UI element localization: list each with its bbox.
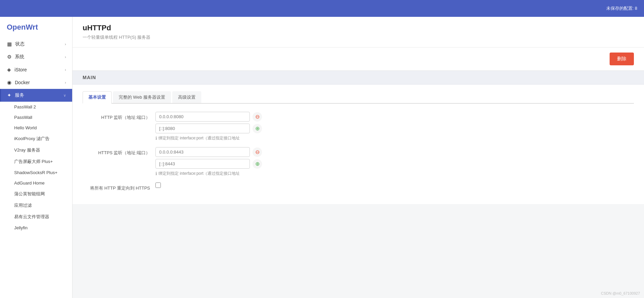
services-icon: ✦ [7, 92, 11, 98]
sidebar-item-label: Docker [15, 80, 30, 85]
status-icon: ▦ [7, 41, 12, 47]
section-header: MAIN [72, 71, 644, 85]
http-listen-row: HTTP 监听（地址:端口） ⊖ ⊕ [83, 112, 634, 141]
sidebar-item-label: 服务 [15, 92, 24, 98]
https-listen-input-2[interactable] [155, 159, 250, 169]
sidebar-item-label: 状态 [15, 41, 25, 47]
sidebar-sub-item-ikoolproxy[interactable]: iKoolProxy 滤广告 [0, 133, 72, 144]
http-listen-inputs: ⊖ ⊕ ℹ 绑定到指定 interface:port（通过指定接口地址 [155, 112, 634, 141]
logo: OpenWrt [0, 17, 72, 38]
http-listen-hint: ℹ 绑定到指定 interface:port（通过指定接口地址 [155, 135, 634, 141]
chevron-right-icon: › [65, 68, 66, 72]
sidebar-sub-item-clouddrive[interactable]: 易有云文件管理器 [0, 211, 72, 223]
tab-basic[interactable]: 基本设置 [83, 91, 112, 104]
redirect-label: 将所有 HTTP 重定向到 HTTPS [83, 183, 150, 191]
https-listen-row: HTTPS 监听（地址:端口） ⊖ ⊕ [83, 147, 634, 176]
sidebar-sub-item-jellyfin[interactable]: Jellyfin [0, 223, 72, 233]
istore-icon: ◈ [7, 67, 11, 73]
redirect-row: 将所有 HTTP 重定向到 HTTPS [83, 183, 634, 191]
sidebar-sub-item-shadowsocks[interactable]: ShadowSocksR Plus+ [0, 167, 72, 178]
sidebar: OpenWrt ▦ 状态 › ⚙ 系统 › ◈ iStore › ◉ Docke… [0, 17, 72, 298]
sidebar-sub-item-appfilter[interactable]: 应用过滤 [0, 200, 72, 211]
unsaved-configs-label: 未保存的配置: 8 [606, 5, 637, 11]
sidebar-sub-item-admaster[interactable]: 广告屏蔽大师 Plus+ [0, 156, 72, 167]
sidebar-item-docker[interactable]: ◉ Docker › [0, 76, 72, 89]
redirect-checkbox[interactable] [155, 183, 161, 188]
sidebar-sub-item-v2ray[interactable]: V2ray 服务器 [0, 144, 72, 156]
red-circle-icon: ⊖ [255, 113, 260, 120]
https-listen-add-btn[interactable]: ⊕ [253, 159, 262, 169]
tabs-container: 基本设置 完整的 Web 服务器设置 高级设置 [83, 91, 634, 104]
http-listen-add-btn[interactable]: ⊕ [253, 124, 262, 133]
sidebar-sub-item-passwall[interactable]: PassWall [0, 112, 72, 123]
section-body: 基本设置 完整的 Web 服务器设置 高级设置 HTTP 监听（地址:端口） ⊖ [72, 85, 644, 204]
content-area: uHTTPd 一个轻量级单线程 HTTP(S) 服务器 删除 MAIN 基本设置… [72, 17, 644, 298]
delete-bar: 删除 [72, 47, 644, 71]
header: 未保存的配置: 8 [0, 0, 644, 17]
green-circle-icon: ⊕ [255, 161, 260, 167]
https-listen-inputs: ⊖ ⊕ ℹ 绑定到指定 interface:port（通过指定接口地址 [155, 147, 634, 176]
sidebar-sub-item-passwall2[interactable]: PassWall 2 [0, 102, 72, 112]
delete-button[interactable]: 删除 [610, 53, 634, 65]
sidebar-item-label: iStore [14, 67, 27, 72]
page-subtitle: 一个轻量级单线程 HTTP(S) 服务器 [83, 34, 634, 40]
http-listen-input-row-1: ⊖ [155, 112, 634, 122]
redirect-input-area [155, 183, 634, 189]
https-listen-remove-btn-1[interactable]: ⊖ [253, 147, 262, 157]
page-title: uHTTPd [83, 24, 634, 32]
https-listen-input-row-1: ⊖ [155, 147, 634, 157]
red-circle-icon: ⊖ [255, 149, 260, 155]
system-icon: ⚙ [7, 54, 11, 60]
http-listen-input-1[interactable] [155, 112, 250, 122]
docker-icon: ◉ [7, 79, 11, 86]
tab-advanced[interactable]: 高级设置 [172, 91, 201, 103]
sidebar-sub-item-adguard[interactable]: AdGuard Home [0, 178, 72, 188]
question-mark-icon: ℹ [155, 171, 157, 176]
sidebar-item-system[interactable]: ⚙ 系统 › [0, 51, 72, 63]
sidebar-item-label: 系统 [15, 54, 24, 60]
sidebar-sub-item-helloworld[interactable]: Hello World [0, 123, 72, 133]
chevron-right-icon: › [65, 55, 66, 59]
tab-web-server[interactable]: 完整的 Web 服务器设置 [113, 91, 171, 103]
https-listen-label: HTTPS 监听（地址:端口） [83, 147, 150, 156]
https-listen-input-1[interactable] [155, 147, 250, 157]
chevron-right-icon: › [65, 80, 66, 85]
sidebar-item-services[interactable]: ✦ 服务 ∨ [0, 89, 72, 102]
sidebar-item-status[interactable]: ▦ 状态 › [0, 38, 72, 51]
https-listen-hint: ℹ 绑定到指定 interface:port（通过指定接口地址 [155, 171, 634, 176]
question-mark-icon: ℹ [155, 136, 157, 141]
http-listen-remove-btn-1[interactable]: ⊖ [253, 112, 262, 122]
sidebar-item-istore[interactable]: ◈ iStore › [0, 63, 72, 76]
sidebar-sub-item-dandelion[interactable]: 蒲公英智能组网 [0, 188, 72, 200]
http-listen-input-row-2: ⊕ [155, 124, 634, 133]
chevron-down-icon: ∨ [63, 93, 66, 98]
green-circle-icon: ⊕ [255, 125, 260, 132]
chevron-right-icon: › [65, 42, 66, 46]
https-listen-input-row-2: ⊕ [155, 159, 634, 169]
http-listen-input-2[interactable] [155, 124, 250, 133]
http-listen-label: HTTP 监听（地址:端口） [83, 112, 150, 121]
main-layout: OpenWrt ▦ 状态 › ⚙ 系统 › ◈ iStore › ◉ Docke… [0, 17, 644, 298]
page-title-bar: uHTTPd 一个轻量级单线程 HTTP(S) 服务器 [72, 17, 644, 47]
footer-watermark: CSDN @m0_67100927 [601, 291, 640, 295]
